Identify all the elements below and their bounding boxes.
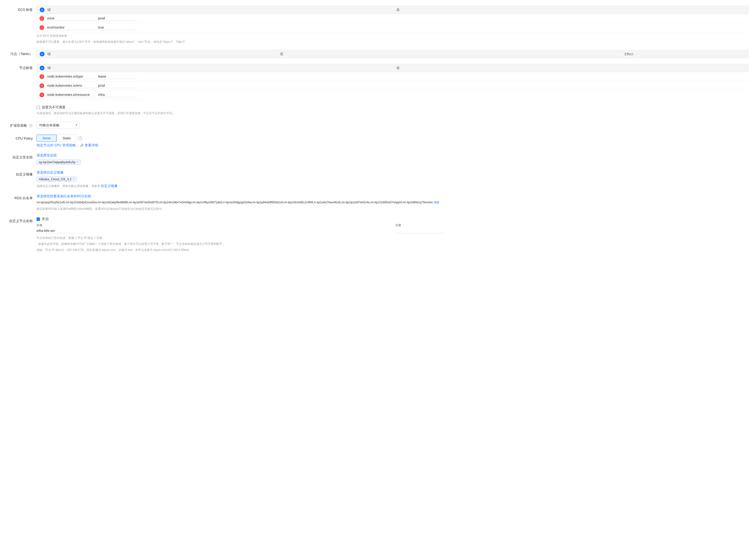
ecs-tags-add-button[interactable]: +	[40, 7, 44, 12]
node-labels-label: 节点标签	[8, 64, 37, 70]
ecs-tag-key-input-0[interactable]	[47, 16, 95, 21]
node-label-val-2	[98, 92, 137, 97]
cpu-policy-label: CPU Policy	[8, 135, 37, 140]
custom-image-tag-close[interactable]: ×	[73, 177, 75, 181]
security-group-tag: sg-bp1bw7eijqwj6yds8u5p ×	[37, 160, 81, 165]
node-labels-val-header: 值	[396, 66, 745, 70]
suffix-col: 后缀	[395, 223, 748, 233]
ecs-tag-val-0	[98, 16, 137, 21]
cpu-policy-info-icon[interactable]: ?	[78, 136, 82, 140]
node-label-val-input-0[interactable]	[98, 74, 137, 79]
node-label-remove-1[interactable]: −	[39, 83, 44, 88]
cpu-policy-section: CPU Policy None Static ? 指定节点的 CPU 管理策略。…	[8, 135, 748, 148]
node-labels-header: + 键 值	[37, 64, 748, 72]
rds-select-link[interactable]: 请选择您想要添加白名单的RDS实例	[37, 194, 91, 198]
node-labels-section: 节点标签 + 键 值 − − −	[8, 64, 748, 100]
security-group-select-link[interactable]: 请选择安全组	[37, 153, 57, 157]
custom-security-group-content: 请选择安全组 sg-bp1bw7eijqwj6yds8u5p ×	[37, 153, 748, 165]
prefix-input[interactable]	[37, 228, 85, 233]
scaling-policy-select-container: 均衡分布策略 最低价格策略 自定义策略 ▼	[37, 122, 80, 129]
scaling-policy-select[interactable]: 均衡分布策略 最低价格策略 自定义策略	[37, 122, 80, 129]
chain-icon: 🔗	[80, 144, 84, 147]
ecs-tag-remove-0[interactable]: −	[39, 16, 44, 21]
node-name-hint1: 节点名称由三部分组成：前缀 + 节点 IP 地址 + 后缀：	[37, 236, 748, 240]
unschedulable-row: 设置为不可调度	[37, 105, 748, 110]
custom-node-name-content: ✓ 开启 前缀 后缀 节点名称由三部分组成：前缀 + 节点 IP 地址 + 后缀…	[37, 217, 748, 253]
node-labels-key-header: 键	[47, 66, 396, 70]
scaling-policy-label: 扩缩容策略 ?	[8, 122, 37, 128]
node-label-row: −	[37, 72, 748, 81]
custom-image-tag-row: Alibaba_Cloud_OS_3.2 ×	[37, 175, 748, 182]
ecs-tag-val-input-1[interactable]	[98, 25, 137, 30]
unschedulable-content: 设置为不可调度 勾选该项后，新添加的节点注册到集群时默认设置为不可调度，若想打开…	[37, 105, 748, 116]
custom-security-group-section: 自定义安全组 请选择安全组 sg-bp1bw7eijqwj6yds8u5p ×	[8, 153, 748, 165]
ecs-tags-key-header: 键	[47, 8, 396, 12]
ecs-tags-section: ECS 标签 + 键 值 − − 仅为 ECS 实例添加标签 标签键不可以	[8, 6, 748, 44]
ecs-tag-row: −	[37, 14, 748, 23]
taints-add-button[interactable]: +	[40, 52, 44, 57]
node-label-val-1	[98, 83, 137, 88]
ecs-tag-key-0	[47, 16, 95, 21]
suffix-label: 后缀	[395, 223, 748, 227]
ecs-tag-key-1	[47, 25, 95, 30]
security-group-tag-close[interactable]: ×	[77, 160, 79, 164]
prefix-suffix-row: 前缀 后缀	[37, 223, 748, 233]
scaling-policy-section: 扩缩容策略 ? 均衡分布策略 最低价格策略 自定义策略 ▼	[8, 122, 748, 129]
unschedulable-label	[8, 105, 37, 107]
taints-val-header: 值	[280, 52, 512, 56]
rds-hint: 建议前将RDS加入容器Pod网段与Node网段，设置RDS实例会由于实例非运行的…	[37, 207, 748, 211]
taints-header: + 键 值 Effect	[37, 50, 748, 58]
node-label-remove-0[interactable]: −	[39, 74, 44, 79]
custom-image-section: 自定义镜像 请选择自定义镜像 Alibaba_Cloud_OS_3.2 × 选择…	[8, 170, 748, 189]
node-label-val-input-2[interactable]	[98, 92, 137, 97]
node-label-remove-2[interactable]: −	[39, 93, 44, 97]
ecs-tags-content: + 键 值 − − 仅为 ECS 实例添加标签 标签键不可以重复，最大长度为12…	[37, 6, 748, 44]
suffix-input[interactable]	[395, 228, 443, 233]
rds-whitelist-label: RDS 白名单	[8, 194, 37, 201]
rds-clear-link[interactable]: 清除	[434, 201, 439, 204]
node-label-row: −	[37, 90, 748, 100]
ecs-tags-val-header: 值	[396, 8, 745, 12]
cpu-policy-link-row: 指定节点的 CPU 管理策略。 🔗 查看详情	[37, 143, 748, 148]
ecs-tags-hint2: 标签键不可以重复，最大长度为128个字符；标签键和标签值都不能以"aliyun"…	[37, 40, 748, 44]
node-labels-add-button[interactable]: +	[40, 66, 44, 70]
ecs-tags-label: ECS 标签	[8, 6, 37, 12]
custom-node-name-checkbox[interactable]: ✓	[37, 218, 40, 221]
node-label-key-input-0[interactable]	[47, 74, 95, 79]
custom-security-group-label: 自定义安全组	[8, 153, 37, 160]
rds-whitelist-content: 请选择您想要添加白名单的RDS实例 rm-bp1pq2i5uy5tz1ol5,r…	[37, 194, 748, 211]
ecs-tags-hint1: 仅为 ECS 实例添加标签	[37, 34, 748, 38]
ecs-tags-header: + 键 值	[37, 6, 748, 14]
unschedulable-section: 设置为不可调度 勾选该项后，新添加的节点注册到集群时默认设置为不可调度，若想打开…	[8, 105, 748, 116]
scaling-policy-content: 均衡分布策略 最低价格策略 自定义策略 ▼	[37, 122, 748, 129]
prefix-col: 前缀	[37, 223, 390, 233]
cpu-policy-detail-link[interactable]: 查看详情	[85, 143, 98, 148]
node-label-key-input-2[interactable]	[47, 92, 95, 97]
scaling-policy-question-icon[interactable]: ?	[29, 124, 33, 128]
ecs-tag-key-input-1[interactable]	[47, 25, 95, 30]
ecs-tag-remove-1[interactable]: −	[39, 25, 44, 30]
unschedulable-hint: 勾选该项后，新添加的节点注册到集群时默认设置为不可调度，若想打开调度选项，可以在…	[37, 111, 748, 116]
security-group-tag-text: sg-bp1bw7eijqwj6yds8u5p	[39, 160, 76, 164]
security-group-tag-row: sg-bp1bw7eijqwj6yds8u5p ×	[37, 158, 748, 165]
cpu-policy-content: None Static ? 指定节点的 CPU 管理策略。 🔗 查看详情	[37, 135, 748, 148]
custom-image-content: 请选择自定义镜像 Alibaba_Cloud_OS_3.2 × 选择自定义镜像时…	[37, 170, 748, 189]
node-name-hint3: 例如：节点 IP 地址为：192.168.0.55，指定前缀为 aliyun.c…	[37, 248, 748, 252]
node-name-hint2: - 前缀为必填字段。前缀和后缀均可由""分隔的一个或多个部分构成，每个部分可以使…	[37, 242, 748, 246]
unschedulable-checkbox-label: 设置为不可调度	[42, 105, 65, 110]
node-labels-content: + 键 值 − − −	[37, 64, 748, 100]
node-label-key-input-1[interactable]	[47, 83, 95, 88]
custom-node-name-enable-row: ✓ 开启	[37, 217, 748, 221]
node-label-key-2	[47, 92, 95, 97]
cpu-policy-static-button[interactable]: Static	[57, 135, 77, 142]
node-label-key-1	[47, 83, 95, 88]
cpu-policy-description: 指定节点的 CPU 管理策略。	[37, 143, 79, 148]
unschedulable-checkbox[interactable]	[37, 106, 40, 109]
custom-image-hint-link[interactable]: 自定义镜像	[101, 184, 118, 188]
custom-image-select-link[interactable]: 请选择自定义镜像	[37, 170, 63, 174]
node-label-key-0	[47, 74, 95, 79]
cpu-policy-none-button[interactable]: None	[37, 135, 57, 142]
ecs-tag-val-input-0[interactable]	[98, 16, 137, 21]
node-label-val-input-1[interactable]	[98, 83, 137, 88]
custom-image-label: 自定义镜像	[8, 170, 37, 177]
